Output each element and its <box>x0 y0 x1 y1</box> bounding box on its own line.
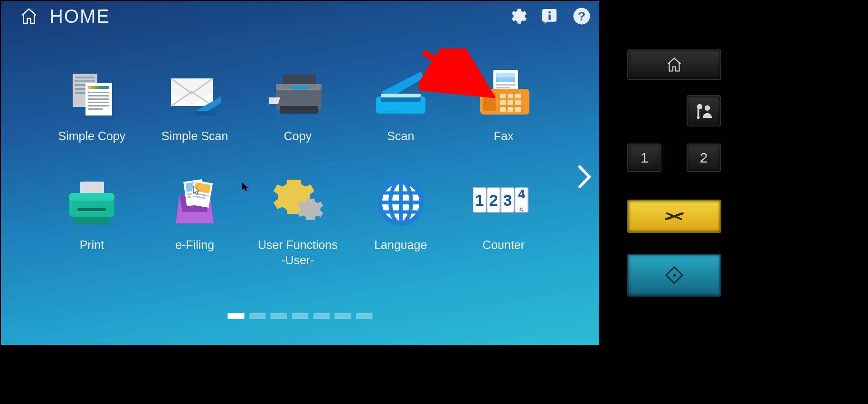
svg-rect-32 <box>496 73 515 77</box>
cursor-icon <box>242 183 250 192</box>
home-icon[interactable] <box>18 5 40 27</box>
app-simple-copy[interactable]: Simple Copy <box>41 67 142 144</box>
svg-rect-77 <box>698 109 699 116</box>
page-dot[interactable] <box>292 313 309 319</box>
app-simple-scan[interactable]: Simple Scan <box>144 67 245 144</box>
svg-rect-44 <box>508 107 513 112</box>
svg-text:2: 2 <box>489 191 498 209</box>
svg-text:1: 1 <box>475 191 483 209</box>
app-grid: Simple Copy Simple Scan <box>41 67 554 268</box>
svg-point-78 <box>697 116 700 119</box>
svg-rect-18 <box>88 108 103 110</box>
svg-text:4: 4 <box>518 187 525 201</box>
print-icon <box>61 176 123 229</box>
hardware-button-panel: 1 2 <box>599 0 738 346</box>
app-label: Scan <box>387 128 414 144</box>
help-icon[interactable]: ? <box>571 5 593 27</box>
svg-point-79 <box>705 106 710 111</box>
cursor-icon <box>193 185 201 196</box>
page-dot[interactable] <box>313 313 330 319</box>
hw-access-button[interactable] <box>687 95 721 126</box>
settings-icon[interactable] <box>506 5 528 27</box>
svg-rect-34 <box>496 87 510 88</box>
language-icon <box>370 176 432 229</box>
page-dot[interactable] <box>335 313 351 319</box>
page-dot[interactable] <box>356 313 373 319</box>
svg-rect-45 <box>515 107 521 112</box>
app-label: Print <box>80 237 104 253</box>
svg-rect-43 <box>500 107 506 112</box>
svg-rect-38 <box>508 94 513 98</box>
svg-rect-50 <box>74 217 110 224</box>
header-bar: HOME ? <box>1 1 599 31</box>
scan-icon <box>370 67 432 120</box>
svg-rect-39 <box>515 94 521 98</box>
svg-rect-36 <box>483 93 496 111</box>
page-indicator <box>228 313 373 319</box>
svg-rect-21 <box>283 75 316 84</box>
app-label: Copy <box>284 128 311 144</box>
app-scan[interactable]: Scan <box>350 67 451 144</box>
svg-rect-6 <box>75 77 95 78</box>
app-label: Counter <box>482 237 525 253</box>
svg-rect-37 <box>500 94 506 98</box>
hw-key-1[interactable]: 1 <box>627 144 661 172</box>
app-label: Fax <box>494 128 514 144</box>
svg-point-76 <box>697 104 702 109</box>
svg-rect-1 <box>548 11 550 13</box>
app-label: Simple Scan <box>161 128 228 144</box>
svg-rect-7 <box>75 80 95 82</box>
app-label: e-Filing <box>175 237 214 253</box>
svg-rect-16 <box>88 102 109 103</box>
home-screen: HOME ? Simple Copy <box>1 1 599 345</box>
svg-point-85 <box>673 274 676 277</box>
svg-rect-20 <box>194 111 217 115</box>
svg-rect-29 <box>381 94 421 97</box>
app-label: Simple Copy <box>58 128 126 144</box>
page-title: HOME <box>49 6 110 27</box>
user-functions-icon <box>267 176 329 229</box>
simple-copy-icon <box>61 67 123 120</box>
app-print[interactable]: Print <box>41 176 142 268</box>
fax-icon <box>473 67 535 120</box>
app-fax[interactable]: Fax <box>453 67 554 144</box>
svg-rect-40 <box>500 100 506 105</box>
key-label: 2 <box>700 150 708 166</box>
svg-rect-42 <box>515 100 521 105</box>
simple-scan-icon <box>164 67 226 120</box>
e-filing-icon <box>164 176 226 229</box>
app-language[interactable]: Language <box>350 176 451 268</box>
app-counter[interactable]: 1 2 3 4 5 Counter <box>453 176 554 268</box>
svg-text:3: 3 <box>503 191 511 209</box>
info-icon[interactable] <box>538 5 560 27</box>
svg-rect-26 <box>280 106 318 114</box>
svg-text:5: 5 <box>519 205 524 215</box>
svg-rect-46 <box>80 182 104 194</box>
hw-key-2[interactable]: 2 <box>687 144 721 172</box>
page-dot[interactable] <box>271 313 287 319</box>
svg-rect-13 <box>88 92 109 93</box>
app-copy[interactable]: Copy <box>247 67 349 144</box>
hw-start-button[interactable] <box>627 254 721 297</box>
page-dot[interactable] <box>249 313 266 319</box>
svg-rect-12 <box>88 86 109 89</box>
counter-icon: 1 2 3 4 5 <box>473 176 535 229</box>
svg-rect-2 <box>548 15 550 20</box>
page-dot[interactable] <box>228 313 245 319</box>
app-user-functions[interactable]: User Functions -User- <box>247 176 349 268</box>
copy-icon <box>267 67 329 120</box>
svg-rect-33 <box>496 84 515 86</box>
svg-rect-24 <box>292 86 308 89</box>
key-label: 1 <box>641 150 649 166</box>
hw-home-button[interactable] <box>627 49 721 80</box>
svg-rect-48 <box>69 193 114 201</box>
svg-rect-41 <box>508 100 513 105</box>
svg-rect-14 <box>88 95 109 96</box>
app-label: User Functions -User- <box>258 237 338 268</box>
next-page-arrow[interactable] <box>576 163 594 191</box>
app-label: Language <box>374 237 427 253</box>
hw-clear-button[interactable] <box>627 200 721 233</box>
svg-rect-15 <box>88 98 109 100</box>
svg-rect-17 <box>88 105 109 106</box>
svg-rect-49 <box>77 208 106 211</box>
